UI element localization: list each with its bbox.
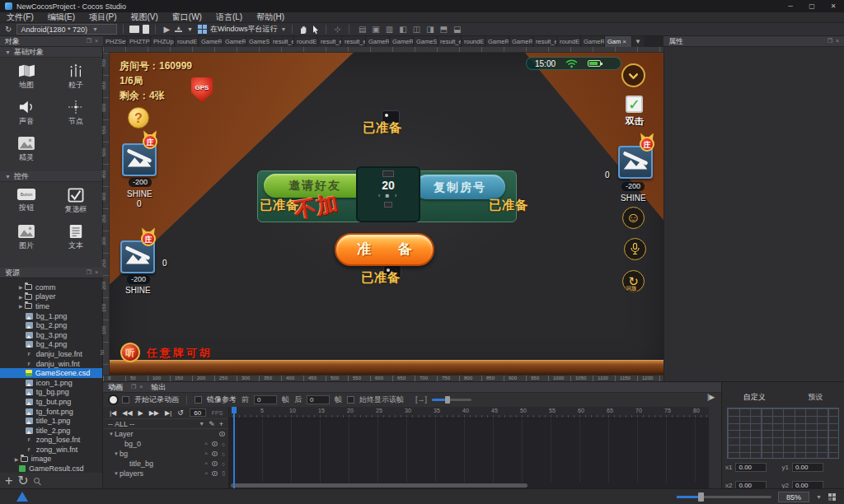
add-animation-button[interactable]: + — [219, 420, 223, 428]
resource-item[interactable]: ▶image — [0, 455, 102, 464]
menu-item[interactable]: 编辑(E) — [48, 12, 75, 23]
palette-item-sound[interactable]: 声音 — [2, 97, 51, 133]
resource-item[interactable]: bg_2.png — [0, 320, 102, 330]
curve-field-input[interactable]: 0.00 — [792, 463, 823, 472]
palette-item-checkbox[interactable]: 复选框 — [51, 185, 101, 222]
document-tab[interactable]: PHZSet: — [103, 36, 127, 47]
add-resource-button[interactable]: + — [5, 474, 12, 488]
layer-row[interactable]: bg_0^○ — [103, 439, 228, 449]
document-tab[interactable]: GameS: — [246, 36, 270, 47]
chevron-down-icon[interactable]: ▼ — [113, 451, 120, 456]
timeline-ruler[interactable]: 05101520253035404550556065707580 — [229, 407, 709, 418]
expand-arrow-icon[interactable]: ▶ — [19, 303, 25, 309]
document-tab[interactable]: result_e — [438, 36, 462, 47]
landscape-icon[interactable] — [129, 26, 139, 33]
tab-output[interactable]: 输出 — [151, 382, 166, 393]
chevron-down-icon[interactable]: ▼ — [108, 432, 115, 436]
resource-item[interactable]: GameScene.csd — [0, 368, 102, 378]
resource-item[interactable]: icon_1.png — [0, 378, 102, 388]
expand-timeline-button[interactable]: |▶ — [707, 393, 715, 401]
align-icon[interactable]: ▣ — [372, 25, 379, 34]
expand-arrow-icon[interactable]: ▶ — [19, 284, 25, 290]
resource-item[interactable]: ꜰzong_win.fnt — [0, 445, 102, 455]
palette-item-image[interactable]: 图片 — [2, 222, 51, 258]
close-panel-icon[interactable]: × — [95, 269, 98, 276]
before-frames-input[interactable]: 0 — [254, 395, 277, 404]
portrait-icon[interactable] — [143, 25, 149, 34]
float-panel-icon[interactable]: ❐ — [87, 269, 91, 276]
resource-item[interactable]: ▶player — [0, 292, 102, 302]
prev-frame-button[interactable]: ◀◀ — [122, 409, 132, 417]
float-panel-icon[interactable]: ❐ — [87, 38, 91, 44]
close-panel-icon[interactable]: × — [95, 38, 98, 44]
align-icon[interactable]: ⬓ — [453, 25, 461, 34]
document-tab[interactable]: result_e — [270, 36, 294, 47]
close-tab-icon[interactable]: × — [622, 36, 626, 47]
lock-circle-icon[interactable]: ○ — [222, 441, 225, 447]
play-animation-button[interactable]: ▶ — [138, 409, 143, 417]
palette-item-node[interactable]: 节点 — [51, 97, 101, 133]
lock-circle-icon[interactable]: ○ — [222, 451, 225, 457]
close-panel-icon[interactable]: × — [836, 38, 839, 44]
menu-item[interactable]: 文件(F) — [7, 12, 34, 23]
resource-item[interactable]: GameResult.csd — [0, 464, 102, 473]
collapse-caret-icon[interactable]: ^ — [204, 451, 207, 457]
mirror-checkbox[interactable] — [195, 396, 202, 404]
document-tab[interactable]: GameR: — [366, 36, 390, 47]
select-tool-icon[interactable] — [312, 25, 320, 35]
refresh-resources-button[interactable]: ↻ — [17, 473, 28, 488]
visibility-eye-icon[interactable] — [212, 471, 218, 476]
collapse-menu-button[interactable] — [621, 63, 645, 87]
resource-item[interactable]: bg_4.png — [0, 340, 102, 350]
visibility-eye-icon[interactable] — [212, 441, 218, 446]
resource-item[interactable]: ꜰzong_lose.fnt — [0, 436, 102, 446]
align-icon[interactable]: ◫ — [413, 25, 420, 34]
chevron-down-icon[interactable]: ▼ — [816, 494, 822, 500]
document-tab[interactable]: result_e — [318, 36, 342, 47]
align-icon[interactable]: ◨ — [426, 25, 434, 34]
help-coin-button[interactable]: ? — [128, 107, 149, 128]
frame-lock-icon[interactable]: ▯ — [222, 470, 225, 477]
document-tab[interactable]: GameR — [581, 36, 605, 47]
expand-arrow-icon[interactable]: ▶ — [15, 456, 21, 462]
resource-item[interactable]: tg_but.png — [0, 397, 102, 407]
always-show-checkbox[interactable] — [347, 396, 354, 404]
document-tab[interactable]: PHZUp: — [151, 36, 175, 47]
resource-item[interactable]: ▶comm — [0, 282, 102, 292]
collapse-caret-icon[interactable]: ^ — [204, 461, 207, 467]
lock-circle-icon[interactable]: ○ — [222, 461, 225, 467]
menu-item[interactable]: 窗口(W) — [172, 12, 202, 23]
resource-item[interactable]: bg_1.png — [0, 311, 102, 321]
device-select[interactable]: Android(1280 * 720) ▼ — [16, 24, 117, 35]
resource-item[interactable]: title_1.png — [0, 416, 102, 426]
curve-field-input[interactable]: 0.00 — [735, 463, 767, 472]
float-panel-icon[interactable]: ❐ — [131, 384, 136, 390]
resource-item[interactable]: tg_font.png — [0, 407, 102, 417]
document-tab[interactable]: GameR: — [509, 36, 533, 47]
collapse-caret-icon[interactable]: ^ — [205, 471, 208, 477]
align-icon[interactable]: ◧ — [399, 25, 406, 34]
edit-animation-button[interactable]: ✎ — [209, 420, 215, 428]
play-button[interactable]: ▶ — [162, 24, 171, 35]
palette-item-map[interactable]: 地图 — [2, 61, 51, 97]
zoom-slider[interactable] — [677, 496, 771, 498]
timeline[interactable]: 05101520253035404550556065707580 — [229, 407, 709, 488]
double-click-checkbox[interactable]: ✓ — [626, 96, 643, 113]
resource-item[interactable]: ꜰdanju_lose.fnt — [0, 349, 102, 359]
layer-row[interactable]: ▼Layer — [103, 429, 228, 439]
ready-button[interactable]: 准 备 — [335, 233, 434, 266]
move-tool-icon[interactable]: ⊹ — [332, 24, 342, 35]
tab-custom-curve[interactable]: 自定义 — [743, 392, 766, 403]
next-frame-button[interactable]: ▶▶ — [149, 409, 159, 417]
tab-list-chevron-icon[interactable]: ▼ — [632, 36, 644, 47]
onion-skin-icon[interactable]: [→] — [415, 395, 427, 404]
copy-room-number-button[interactable]: 复制房号 — [415, 175, 505, 199]
chevron-down-icon[interactable]: ▼ — [113, 471, 120, 476]
zoom-level-value[interactable]: 85% — [778, 492, 809, 502]
close-panel-icon[interactable]: × — [139, 384, 143, 390]
palette-item-sprite[interactable]: 精灵 — [2, 133, 51, 170]
menu-item[interactable]: 项目(P) — [89, 12, 116, 23]
collapse-caret-icon[interactable]: ^ — [204, 441, 207, 447]
last-frame-button[interactable]: ▶| — [165, 409, 171, 417]
microphone-button[interactable] — [624, 238, 646, 260]
